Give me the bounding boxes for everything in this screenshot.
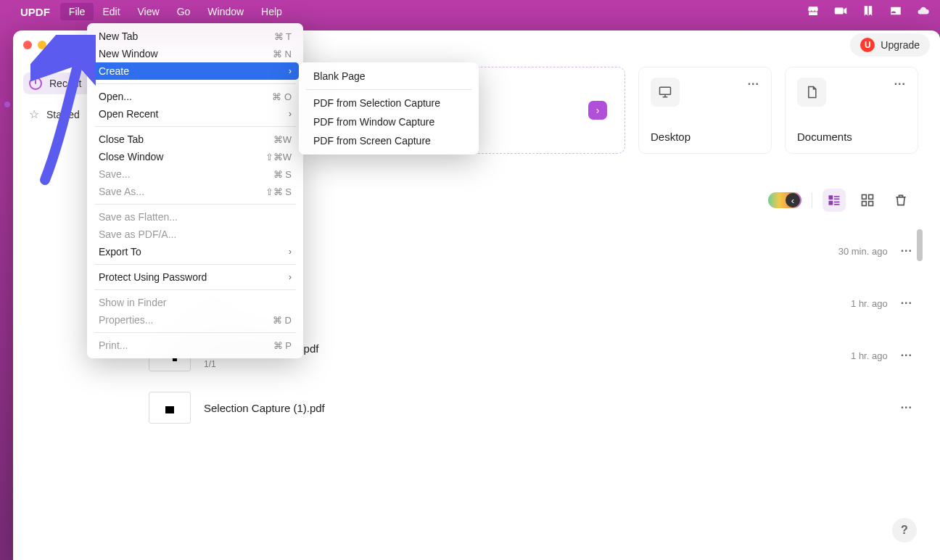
menu-close-window[interactable]: Close Window⇧⌘W <box>91 148 299 165</box>
menu-separator <box>94 332 296 333</box>
list-view-button[interactable] <box>822 189 846 212</box>
file-time: 1 hr. ago <box>851 350 888 361</box>
upgrade-label: Upgrade <box>881 39 920 51</box>
menu-new-window[interactable]: New Window⌘ N <box>91 45 299 62</box>
svg-rect-9 <box>862 202 867 206</box>
file-name: Selection Capture (1).pdf <box>204 402 325 414</box>
id-icon[interactable] <box>889 4 902 20</box>
menu-separator <box>94 204 296 205</box>
menu-save-pdfa: Save as PDF/A... <box>91 226 299 243</box>
file-time: 30 min. ago <box>838 246 888 257</box>
menu-file[interactable]: File <box>60 3 94 20</box>
sidebar-item-label: Recent <box>49 78 81 89</box>
chevron-right-icon: › <box>289 109 292 119</box>
menu-edit[interactable]: Edit <box>94 3 128 20</box>
menu-separator <box>94 126 296 127</box>
menu-export-to[interactable]: Export To› <box>91 243 299 260</box>
help-button[interactable]: ? <box>892 518 917 543</box>
menu-separator <box>94 83 296 84</box>
menu-help[interactable]: Help <box>252 3 291 20</box>
chevron-right-icon: › <box>289 247 292 257</box>
menu-create[interactable]: Create› <box>91 62 299 80</box>
documents-card[interactable]: ··· Documents <box>785 67 918 154</box>
menu-save: Save...⌘ S <box>91 165 299 183</box>
svg-rect-5 <box>834 202 840 203</box>
menu-separator <box>94 289 296 290</box>
star-icon: ☆ <box>29 107 39 121</box>
store-icon[interactable] <box>807 4 820 20</box>
delete-button[interactable] <box>889 189 912 212</box>
edge-indicator-icon <box>4 102 10 107</box>
menu-show-in-finder: Show in Finder <box>91 294 299 311</box>
menu-save-flatten: Save as Flatten... <box>91 208 299 226</box>
svg-rect-8 <box>869 195 873 199</box>
scrollbar[interactable] <box>917 229 923 261</box>
documents-label: Documents <box>797 131 906 143</box>
submenu-selection-capture[interactable]: PDF from Selection Capture <box>303 94 474 112</box>
desktop-card[interactable]: ··· Desktop <box>638 67 772 154</box>
color-toggle[interactable] <box>768 192 801 208</box>
card-more-icon[interactable]: ··· <box>748 78 759 91</box>
file-more-icon[interactable]: ··· <box>901 297 912 310</box>
svg-rect-1 <box>829 195 833 199</box>
menu-go[interactable]: Go <box>168 3 199 20</box>
file-more-icon[interactable]: ··· <box>901 244 912 258</box>
card-more-icon[interactable]: ··· <box>894 78 906 91</box>
zoom-window-button[interactable] <box>52 41 61 49</box>
svg-rect-7 <box>862 195 867 199</box>
submenu-screen-capture[interactable]: PDF from Screen Capture <box>303 131 474 150</box>
menu-separator <box>306 89 471 90</box>
chevron-right-icon: › <box>289 272 292 282</box>
create-submenu: Blank Page PDF from Selection Capture PD… <box>299 62 479 155</box>
window-controls <box>23 41 61 49</box>
app-brand[interactable]: UPDF <box>20 6 50 18</box>
menubar: UPDF File Edit View Go Window Help <box>0 0 940 23</box>
desktop-label: Desktop <box>651 131 759 143</box>
menu-close-tab[interactable]: Close Tab⌘W <box>91 131 299 148</box>
file-time: 1 hr. ago <box>851 298 888 309</box>
svg-rect-10 <box>869 202 873 206</box>
svg-rect-0 <box>660 87 671 94</box>
menubar-right-icons <box>807 4 930 20</box>
file-more-icon[interactable]: ··· <box>901 349 912 362</box>
upgrade-button[interactable]: U Upgrade <box>850 33 930 57</box>
menu-separator <box>94 264 296 265</box>
file-more-icon[interactable]: ··· <box>901 401 912 414</box>
chevron-right-icon: › <box>289 66 292 76</box>
submenu-blank-page[interactable]: Blank Page <box>303 67 474 86</box>
menu-save-as: Save As...⇧⌘ S <box>91 183 299 200</box>
submenu-window-capture[interactable]: PDF from Window Capture <box>303 112 474 131</box>
menu-window[interactable]: Window <box>199 3 252 20</box>
next-icon[interactable]: › <box>588 101 607 120</box>
menu-open[interactable]: Open...⌘ O <box>91 88 299 105</box>
svg-rect-4 <box>834 199 840 200</box>
file-page-count: 1/1 <box>204 359 318 369</box>
facetime-icon[interactable] <box>834 4 847 20</box>
menu-properties: Properties...⌘ D <box>91 311 299 329</box>
documents-icon <box>797 78 826 107</box>
menu-open-recent[interactable]: Open Recent› <box>91 105 299 123</box>
minimize-window-button[interactable] <box>38 41 46 49</box>
bookmark-icon[interactable] <box>862 4 875 20</box>
grid-view-button[interactable] <box>856 189 879 212</box>
upgrade-badge-icon: U <box>860 38 875 52</box>
separator <box>812 192 812 208</box>
menu-new-tab[interactable]: New Tab⌘ T <box>91 28 299 45</box>
svg-rect-3 <box>834 196 840 197</box>
menu-view[interactable]: View <box>129 3 168 20</box>
desktop-icon <box>651 78 680 107</box>
svg-rect-2 <box>829 201 833 205</box>
menu-print: Print...⌘ P <box>91 337 299 354</box>
file-menu-dropdown: New Tab⌘ T New Window⌘ N Create› Open...… <box>87 23 303 358</box>
file-thumbnail <box>149 392 191 424</box>
sidebar-item-label: Starred <box>46 109 80 120</box>
svg-rect-6 <box>834 204 840 205</box>
cloud-icon[interactable] <box>917 4 930 20</box>
file-row[interactable]: Selection Capture (1).pdf ··· <box>143 382 918 434</box>
clock-icon <box>29 77 42 90</box>
menu-protect[interactable]: Protect Using Password› <box>91 268 299 286</box>
close-window-button[interactable] <box>23 41 32 49</box>
